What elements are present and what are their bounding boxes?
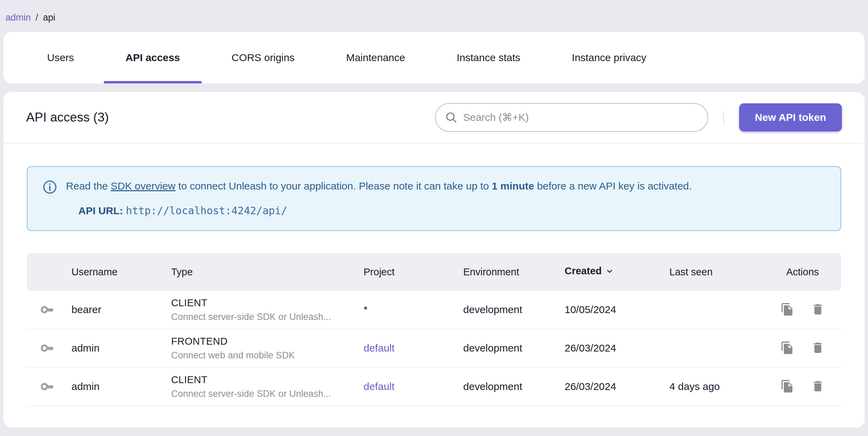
project-link[interactable]: default	[364, 381, 394, 392]
api-tokens-table: Username Type Project Environment Create…	[27, 253, 841, 406]
delete-token-button[interactable]	[808, 300, 827, 320]
column-header-actions: Actions	[767, 253, 841, 291]
table-header-row: Username Type Project Environment Create…	[27, 253, 841, 291]
column-header-icon	[27, 253, 71, 291]
sort-desc-icon	[604, 266, 615, 279]
admin-tabs-bar: Users API access CORS origins Maintenanc…	[3, 32, 865, 83]
table-row: bearer CLIENT Connect server-side SDK or…	[27, 291, 841, 329]
table-row: admin CLIENT Connect server-side SDK or …	[27, 368, 841, 406]
api-access-panel: API access (3) New API token Read the SD…	[3, 92, 865, 427]
search-icon	[445, 111, 458, 124]
info-alert: Read the SDK overview to connect Unleash…	[27, 166, 841, 231]
table-row: admin FRONTEND Connect web and mobile SD…	[27, 329, 841, 368]
info-text: Read the SDK overview to connect Unleash…	[66, 179, 692, 193]
environment-cell: development	[463, 291, 565, 329]
panel-header: API access (3) New API token	[3, 92, 865, 144]
username-cell: admin	[71, 342, 100, 354]
column-header-last-seen[interactable]: Last seen	[669, 253, 767, 291]
token-type: CLIENT	[171, 374, 360, 386]
last-seen-cell	[669, 291, 767, 329]
tab-users[interactable]: Users	[21, 32, 100, 83]
delete-token-button[interactable]	[808, 338, 827, 358]
info-text-bold: 1 minute	[492, 180, 534, 192]
username-cell: admin	[71, 381, 100, 392]
last-seen-cell: 4 days ago	[669, 368, 767, 406]
key-icon	[40, 341, 55, 355]
search-box[interactable]	[435, 103, 708, 132]
token-type-description: Connect web and mobile SDK	[171, 350, 360, 361]
copy-icon	[780, 379, 794, 393]
active-tab-indicator	[104, 81, 201, 83]
copy-token-button[interactable]	[778, 338, 797, 358]
token-type-description: Connect server-side SDK or Unleash...	[171, 312, 360, 322]
tab-cors-origins[interactable]: CORS origins	[206, 32, 320, 83]
info-text-mid: to connect Unleash to your application. …	[176, 180, 492, 192]
column-header-environment[interactable]: Environment	[463, 253, 565, 291]
delete-icon	[811, 379, 825, 393]
column-header-type[interactable]: Type	[171, 253, 364, 291]
delete-icon	[811, 302, 825, 316]
created-cell: 10/05/2024	[565, 291, 669, 329]
breadcrumb-separator: /	[36, 12, 38, 23]
info-icon	[43, 180, 57, 194]
project-link[interactable]: default	[364, 342, 394, 354]
delete-icon	[811, 341, 825, 355]
copy-icon	[780, 341, 794, 355]
header-divider	[723, 111, 724, 124]
copy-token-button[interactable]	[778, 377, 797, 397]
copy-token-button[interactable]	[778, 300, 797, 320]
token-type: FRONTEND	[171, 336, 360, 347]
username-cell: bearer	[71, 304, 101, 315]
breadcrumb-current: api	[43, 12, 55, 23]
api-tokens-table-wrap: Username Type Project Environment Create…	[27, 253, 841, 406]
breadcrumb-link-admin[interactable]: admin	[5, 12, 31, 23]
environment-cell: development	[463, 329, 565, 368]
environment-cell: development	[463, 368, 565, 406]
created-header-label: Created	[565, 265, 602, 276]
delete-token-button[interactable]	[808, 377, 827, 397]
api-url-label: API URL	[78, 205, 120, 216]
sdk-overview-link[interactable]: SDK overview	[111, 180, 175, 192]
project-cell: *	[364, 304, 368, 315]
key-icon	[40, 379, 55, 394]
tab-instance-stats[interactable]: Instance stats	[431, 32, 546, 83]
info-text-prefix: Read the	[66, 180, 111, 192]
last-seen-cell	[669, 329, 767, 368]
token-type-description: Connect server-side SDK or Unleash...	[171, 389, 360, 399]
api-url-value: http://localhost:4242/api/	[126, 205, 287, 217]
api-url-line: API URL: http://localhost:4242/api/	[43, 205, 825, 217]
tab-api-access[interactable]: API access	[100, 32, 205, 83]
search-input[interactable]	[463, 112, 699, 123]
column-header-project[interactable]: Project	[364, 253, 463, 291]
column-header-created[interactable]: Created	[565, 253, 669, 291]
page-title: API access (3)	[26, 110, 109, 125]
created-cell: 26/03/2024	[565, 329, 669, 368]
key-icon	[40, 302, 55, 317]
created-cell: 26/03/2024	[565, 368, 669, 406]
tab-maintenance[interactable]: Maintenance	[320, 32, 431, 83]
info-text-suffix: before a new API key is activated.	[534, 180, 692, 192]
column-header-username[interactable]: Username	[71, 253, 171, 291]
copy-icon	[780, 302, 794, 316]
breadcrumb: admin / api	[0, 0, 868, 23]
new-api-token-button[interactable]: New API token	[739, 103, 842, 131]
tab-instance-privacy[interactable]: Instance privacy	[546, 32, 672, 83]
token-type: CLIENT	[171, 297, 360, 309]
api-url-separator: :	[120, 205, 126, 216]
